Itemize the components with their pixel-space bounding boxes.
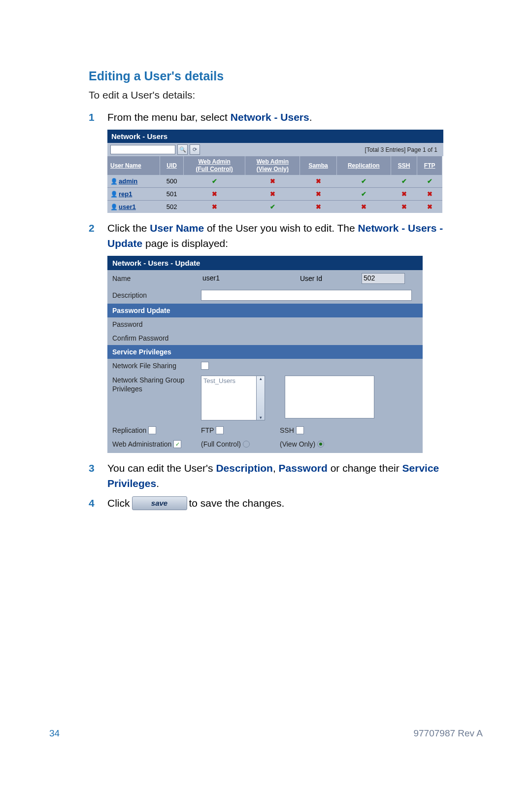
step-2-text-a: Click the bbox=[107, 222, 150, 234]
doc-revision: 97707987 Rev A bbox=[413, 728, 483, 739]
save-button[interactable]: save bbox=[132, 496, 187, 510]
assigned-groups-listbox[interactable] bbox=[285, 376, 374, 418]
user-cell: 👤rep1 bbox=[107, 188, 160, 201]
check-icon: ✔ bbox=[212, 177, 217, 185]
scroll-down-icon[interactable]: ▾ bbox=[260, 415, 262, 420]
replication-checkbox[interactable] bbox=[148, 426, 156, 434]
x-icon: ✖ bbox=[316, 203, 321, 210]
ssh-checkbox[interactable] bbox=[296, 426, 304, 434]
col-ssh[interactable]: SSH bbox=[391, 156, 417, 174]
user-icon: 👤 bbox=[110, 191, 118, 198]
check-icon: ✔ bbox=[427, 177, 432, 185]
col-samba[interactable]: Samba bbox=[300, 156, 336, 174]
col-ftp[interactable]: FTP bbox=[417, 156, 442, 174]
full-control-radio[interactable] bbox=[243, 441, 250, 448]
step-2-text-b: of the User you wish to edit. The bbox=[204, 222, 358, 234]
uid-cell: 502 bbox=[160, 201, 184, 213]
label-password: Password bbox=[112, 320, 196, 328]
section-password-update: Password Update bbox=[107, 304, 423, 317]
status-cell: ✖ bbox=[300, 201, 336, 213]
x-icon: ✖ bbox=[361, 203, 366, 210]
user-icon: 👤 bbox=[110, 178, 118, 185]
update-panel-title: Network - Users - Update bbox=[107, 256, 423, 270]
check-icon: ✔ bbox=[270, 203, 275, 210]
available-groups-listbox[interactable]: Test_Users ▴▾ bbox=[201, 376, 265, 420]
ftp-checkbox[interactable] bbox=[216, 426, 224, 434]
step-3-text-b: or change their bbox=[328, 462, 402, 474]
check-icon: ✔ bbox=[361, 177, 366, 185]
section-service-privileges: Service Privileges bbox=[107, 345, 423, 359]
username-link[interactable]: admin bbox=[119, 177, 137, 185]
col-webadmin-view[interactable]: Web Admin(View Only) bbox=[245, 156, 300, 174]
user-cell: 👤user1 bbox=[107, 201, 160, 213]
user-cell: 👤admin bbox=[107, 175, 160, 188]
x-icon: ✖ bbox=[427, 203, 432, 210]
status-cell: ✔ bbox=[391, 175, 417, 188]
step-1: 1 From the menu bar, select Network - Us… bbox=[89, 110, 443, 125]
step-1-text-pre: From the menu bar, select bbox=[107, 111, 231, 123]
refresh-icon[interactable]: ⟳ bbox=[190, 144, 200, 155]
label-confirm-password: Confirm Password bbox=[112, 334, 196, 342]
x-icon: ✖ bbox=[401, 203, 407, 210]
section-heading: Editing a User's details bbox=[89, 69, 443, 83]
users-panel: Network - Users 🔍 ⟳ [Total 3 Entries] Pa… bbox=[107, 130, 443, 213]
col-webadmin-full[interactable]: Web Admin(Full Control) bbox=[184, 156, 245, 174]
group-item[interactable]: Test_Users bbox=[203, 377, 235, 384]
search-icon[interactable]: 🔍 bbox=[177, 144, 188, 155]
status-cell: ✔ bbox=[417, 175, 442, 188]
col-username[interactable]: User Name bbox=[107, 156, 160, 174]
step-3-text-a: You can edit the User's bbox=[107, 462, 216, 474]
page-number: 34 bbox=[49, 728, 60, 739]
step-2-number: 2 bbox=[89, 221, 99, 251]
uid-cell: 500 bbox=[160, 175, 184, 188]
description-field[interactable] bbox=[201, 290, 412, 301]
status-cell: ✖ bbox=[300, 175, 336, 188]
intro-text: To edit a User's details: bbox=[89, 89, 443, 101]
nfs-checkbox[interactable] bbox=[201, 362, 209, 370]
user-update-panel: Network - Users - Update Name user1 User… bbox=[107, 256, 423, 453]
label-ssh: SSH bbox=[280, 426, 294, 434]
step-4-text-b: to save the changes. bbox=[189, 496, 285, 511]
status-cell: ✔ bbox=[336, 188, 391, 201]
step-3-text-c: . bbox=[156, 478, 159, 489]
col-uid[interactable]: UID bbox=[160, 156, 184, 174]
check-icon: ✔ bbox=[361, 190, 366, 198]
x-icon: ✖ bbox=[270, 177, 275, 185]
status-cell: ✖ bbox=[336, 201, 391, 213]
users-table: User Name UID Web Admin(Full Control) We… bbox=[107, 156, 442, 213]
table-row: 👤rep1501✖✖✖✔✖✖ bbox=[107, 188, 442, 201]
status-cell: ✖ bbox=[391, 188, 417, 201]
scroll-up-icon[interactable]: ▴ bbox=[260, 376, 262, 381]
step-3-password: Password bbox=[279, 462, 328, 474]
status-cell: ✖ bbox=[417, 188, 442, 201]
status-cell: ✖ bbox=[184, 188, 245, 201]
view-only-radio[interactable] bbox=[317, 441, 324, 448]
status-cell: ✖ bbox=[391, 201, 417, 213]
page-footer: 34 97707987 Rev A bbox=[0, 728, 532, 739]
x-icon: ✖ bbox=[427, 190, 432, 198]
status-cell: ✖ bbox=[184, 201, 245, 213]
step-4: 4 Click save to save the changes. bbox=[89, 496, 443, 511]
step-3-number: 3 bbox=[89, 461, 99, 491]
x-icon: ✖ bbox=[270, 190, 275, 198]
webadmin-checkbox[interactable]: ✓ bbox=[173, 440, 181, 448]
x-icon: ✖ bbox=[401, 190, 407, 198]
col-replication[interactable]: Replication bbox=[336, 156, 391, 174]
label-webadmin: Web Administration bbox=[112, 440, 171, 448]
username-link[interactable]: user1 bbox=[119, 203, 136, 210]
status-cell: ✔ bbox=[245, 201, 300, 213]
status-cell: ✖ bbox=[245, 188, 300, 201]
listbox-scrollbar[interactable]: ▴▾ bbox=[256, 376, 265, 420]
search-input[interactable] bbox=[110, 145, 175, 154]
step-2-text-c: page is displayed: bbox=[142, 238, 228, 249]
status-cell: ✖ bbox=[300, 188, 336, 201]
username-link[interactable]: rep1 bbox=[119, 190, 132, 198]
step-4-text-a: Click bbox=[107, 496, 130, 511]
table-row: 👤user1502✖✔✖✖✖✖ bbox=[107, 201, 442, 213]
x-icon: ✖ bbox=[316, 190, 321, 198]
step-1-number: 1 bbox=[89, 110, 99, 125]
name-value: user1 bbox=[201, 274, 263, 283]
users-toolbar: 🔍 ⟳ [Total 3 Entries] Page 1 of 1 bbox=[107, 143, 443, 156]
label-replication: Replication bbox=[112, 426, 146, 434]
label-view-only: (View Only) bbox=[280, 440, 315, 448]
